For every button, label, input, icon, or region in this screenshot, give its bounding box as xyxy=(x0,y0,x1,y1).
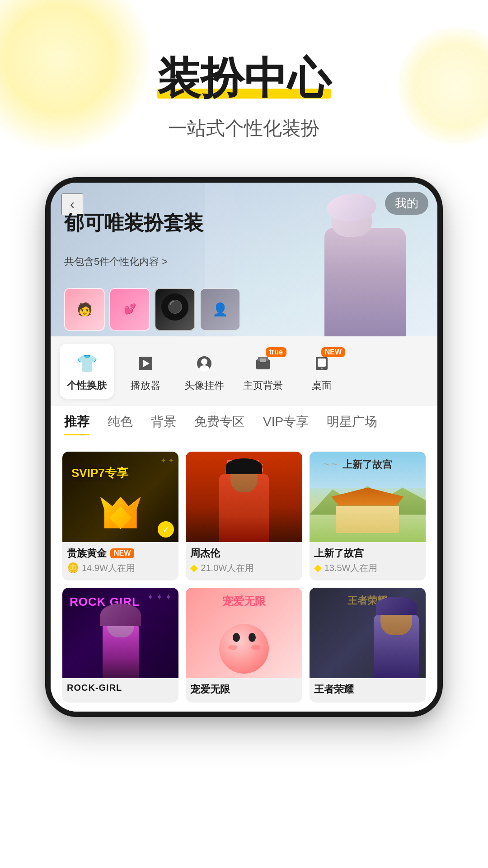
svip-label: SVIP7专享 xyxy=(71,465,128,481)
pet-eye-right xyxy=(249,633,256,642)
card-palace[interactable]: 〜 〜 上新了故宫 上新了故宫 xyxy=(310,452,426,580)
category-tabs: 👕 个性换肤 播放器 头像挂件 xyxy=(51,336,437,406)
desktop-new-badge: NEW xyxy=(321,347,345,357)
tab-desktop-label: 桌面 xyxy=(312,379,332,392)
kings-helmet xyxy=(376,597,417,615)
diamond-icon-2: ◆ xyxy=(314,562,322,574)
rock-hair xyxy=(100,604,141,626)
tab-avatar-label: 头像挂件 xyxy=(184,379,224,392)
pet-cheek-left xyxy=(228,645,237,650)
my-button[interactable]: 我的 xyxy=(385,192,428,215)
card-svip-gold[interactable]: SVIP7专享 ✓ ✦ ✦ 贵族黄金 NEW xyxy=(62,452,178,580)
tab-home-label: 主页背景 xyxy=(243,379,283,392)
card-jay-name: 周杰伦 xyxy=(190,547,297,560)
card-svip-img: SVIP7专享 ✓ ✦ ✦ xyxy=(62,452,178,542)
tab-player[interactable]: 播放器 xyxy=(118,344,173,399)
hero-subtitle[interactable]: 共包含5件个性化内容 > xyxy=(64,255,168,269)
hero-banner: ‹ 我的 郁可唯装扮套装 共包含5件个性化内容 > 🧑 💕 ⚫ xyxy=(51,183,437,336)
new-badge: NEW xyxy=(110,548,134,558)
page-subtitle: 一站式个性化装扮 xyxy=(0,116,488,141)
pet-overlay-text: 宠爱无限 xyxy=(186,594,302,609)
svg-point-10 xyxy=(321,368,323,369)
filter-star[interactable]: 明星广场 xyxy=(327,413,377,435)
svg-point-3 xyxy=(201,359,207,365)
pet-creature-body xyxy=(219,624,269,674)
star-deco: ✦ ✦ xyxy=(160,456,174,465)
check-icon: ✓ xyxy=(158,521,174,538)
card-jay-chou[interactable]: 周杰伦 周杰伦 ◆ xyxy=(186,452,302,580)
palace-roof xyxy=(331,488,404,506)
home-new-badge: true xyxy=(266,347,286,357)
card-pet-info: 宠爱无限 xyxy=(186,678,302,703)
card-kings-name: 王者荣耀 xyxy=(314,683,421,696)
thumb-item-3[interactable]: ⚫ xyxy=(155,288,195,331)
tab-skin[interactable]: 👕 个性换肤 xyxy=(60,344,114,399)
thumb-item-1[interactable]: 🧑 xyxy=(64,288,105,331)
card-rock-img: ROCK GIRL ✦ ✦ ✦ xyxy=(62,588,178,678)
diamond-icon: ◆ xyxy=(190,562,198,574)
filter-bg[interactable]: 背景 xyxy=(151,413,176,435)
filter-recommend[interactable]: 推荐 xyxy=(64,413,89,435)
phone-wrapper: ‹ 我的 郁可唯装扮套装 共包含5件个性化内容 > 🧑 💕 ⚫ xyxy=(0,177,488,717)
pet-eye-left xyxy=(233,633,240,642)
pet-cheek-right xyxy=(251,645,260,650)
page-title: 装扮中心 xyxy=(157,54,331,102)
palace-building xyxy=(331,488,404,533)
skin-icon: 👕 xyxy=(75,352,99,375)
avatar-icon xyxy=(192,352,216,375)
thumb-item-2[interactable]: 💕 xyxy=(109,288,150,331)
filter-vip[interactable]: VIP专享 xyxy=(263,413,309,435)
header-section: 装扮中心 一站式个性化装扮 xyxy=(0,0,488,168)
card-svip-name: 贵族黄金 NEW xyxy=(67,547,174,560)
card-palace-info: 上新了故宫 ◆ 13.5W人在用 xyxy=(310,542,426,580)
card-jay-img: 周杰伦 xyxy=(186,452,302,542)
card-jay-info: 周杰伦 ◆ 21.0W人在用 xyxy=(186,542,302,580)
card-palace-img: 〜 〜 上新了故宫 xyxy=(310,452,426,542)
thumbnail-strip: 🧑 💕 ⚫ 👤 xyxy=(51,287,437,336)
tab-avatar[interactable]: 头像挂件 xyxy=(177,344,231,399)
card-kings-img: 王者荣耀 xyxy=(310,588,426,678)
card-rock-girl[interactable]: ROCK GIRL ✦ ✦ ✦ xyxy=(62,588,178,703)
phone-frame: ‹ 我的 郁可唯装扮套装 共包含5件个性化内容 > 🧑 💕 ⚫ xyxy=(45,177,443,717)
tab-player-label: 播放器 xyxy=(131,379,160,392)
player-icon xyxy=(134,352,157,375)
hero-title: 郁可唯装扮套装 xyxy=(64,210,203,236)
coin-icon: 🪙 xyxy=(67,562,79,574)
palace-body xyxy=(336,506,399,533)
card-kings-info: 王者荣耀 xyxy=(310,678,426,703)
filter-free[interactable]: 免费专区 xyxy=(194,413,245,435)
card-svip-users: 🪙 14.9W人在用 xyxy=(67,562,174,574)
skin-grid: SVIP7专享 ✓ ✦ ✦ 贵族黄金 NEW xyxy=(51,443,437,712)
rock-figure-wrapper xyxy=(96,604,145,678)
card-pet-love[interactable]: 宠爱无限 宠爱无限 xyxy=(186,588,302,703)
card-jay-users: ◆ 21.0W人在用 xyxy=(190,562,297,574)
card-palace-name: 上新了故宫 xyxy=(314,547,421,560)
card-svip-info: 贵族黄金 NEW 🪙 14.9W人在用 xyxy=(62,542,178,580)
tab-desktop[interactable]: NEW 桌面 xyxy=(295,344,349,399)
svg-rect-9 xyxy=(318,359,326,367)
filter-pure[interactable]: 纯色 xyxy=(108,413,133,435)
svg-point-4 xyxy=(199,365,209,372)
thumb-item-4[interactable]: 👤 xyxy=(200,288,240,331)
card-kings-honor[interactable]: 王者荣耀 王者荣耀 xyxy=(310,588,426,703)
jay-figure-wrapper xyxy=(215,458,273,542)
tab-skin-label: 个性换肤 xyxy=(67,379,107,392)
main-title-container: 装扮中心 xyxy=(157,54,331,102)
kings-figure-wrapper xyxy=(369,597,423,678)
card-palace-users: ◆ 13.5W人在用 xyxy=(314,562,421,574)
phone-screen: ‹ 我的 郁可唯装扮套装 共包含5件个性化内容 > 🧑 💕 ⚫ xyxy=(51,183,437,712)
palace-overlay-text: 上新了故宫 xyxy=(310,458,426,472)
card-pet-img: 宠爱无限 xyxy=(186,588,302,678)
card-rock-info: rock-girl xyxy=(62,678,178,699)
card-pet-name: 宠爱无限 xyxy=(190,683,297,696)
rock-stars: ✦ ✦ ✦ xyxy=(147,592,172,602)
tab-home-bg[interactable]: true 主页背景 xyxy=(236,344,290,399)
card-rock-name: rock-girl xyxy=(67,683,174,693)
svg-rect-7 xyxy=(260,359,266,362)
jay-hair xyxy=(226,458,262,474)
filter-tabs: 推荐 纯色 背景 免费专区 VIP专享 明星广场 xyxy=(51,406,437,443)
